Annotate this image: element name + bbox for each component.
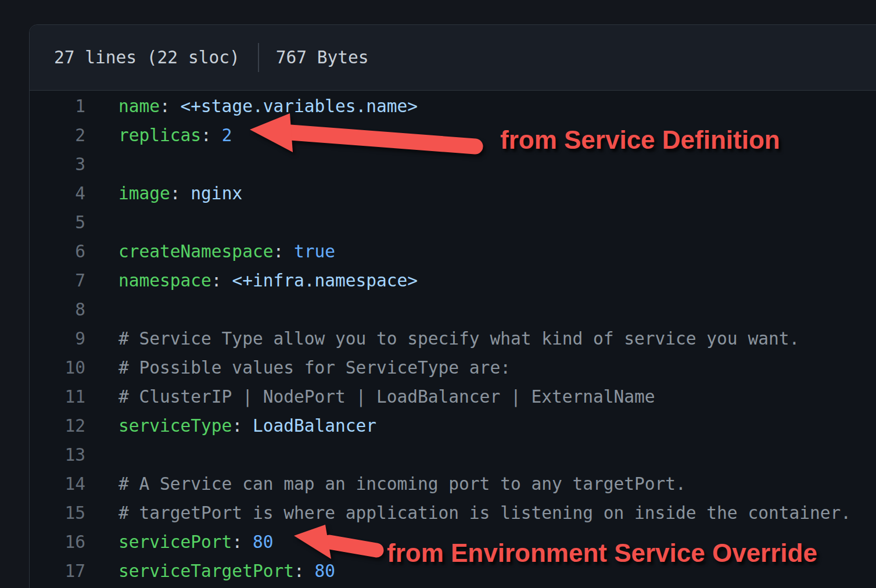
line-number[interactable]: 1 — [30, 92, 85, 121]
code-text: name: <+stage.variables.name> — [85, 92, 418, 121]
line-number[interactable]: 4 — [30, 179, 85, 208]
code-text: namespace: <+infra.namespace> — [85, 266, 418, 295]
code-line: 15# targetPort is where application is l… — [30, 499, 876, 528]
code-line: 2replicas: 2 — [30, 121, 876, 150]
code-line: 6createNamespace: true — [30, 237, 876, 266]
line-number[interactable]: 16 — [30, 528, 85, 557]
line-number[interactable]: 9 — [30, 324, 85, 353]
code-line: 3 — [30, 150, 876, 179]
code-line: 11# ClusterIP | NodePort | LoadBalancer … — [30, 382, 876, 411]
code-text: # targetPort is where application is lis… — [85, 499, 851, 528]
code-line: 7namespace: <+infra.namespace> — [30, 266, 876, 295]
line-number[interactable]: 3 — [30, 150, 85, 179]
line-number[interactable]: 6 — [30, 237, 85, 266]
line-number[interactable]: 11 — [30, 382, 85, 411]
code-text: serviceType: LoadBalancer — [85, 411, 376, 440]
file-lines-info: 27 lines (22 sloc) — [54, 48, 240, 67]
line-number[interactable]: 15 — [30, 499, 85, 528]
code-text: servicePort: 80 — [85, 528, 273, 557]
code-text: createNamespace: true — [85, 237, 335, 266]
code-text — [85, 208, 119, 237]
code-line: 9# Service Type allow you to specify wha… — [30, 324, 876, 353]
line-number[interactable]: 14 — [30, 469, 85, 499]
code-line: 17serviceTargetPort: 80 — [30, 557, 876, 586]
line-number[interactable]: 5 — [30, 208, 85, 237]
code-line: 4image: nginx — [30, 179, 876, 208]
code-line: 13 — [30, 440, 876, 469]
code-line: 1name: <+stage.variables.name> — [30, 92, 876, 121]
line-number[interactable]: 7 — [30, 266, 85, 295]
code-text: # Possible values for ServiceType are: — [85, 353, 511, 382]
code-text: # ClusterIP | NodePort | LoadBalancer | … — [85, 382, 655, 411]
code-text: serviceTargetPort: 80 — [85, 557, 335, 586]
line-number[interactable]: 2 — [30, 121, 85, 150]
code-text — [85, 150, 119, 179]
code-area: 1name: <+stage.variables.name>2replicas:… — [30, 91, 876, 586]
code-line: 12serviceType: LoadBalancer — [30, 411, 876, 440]
code-line: 8 — [30, 295, 876, 324]
file-size: 767 Bytes — [276, 48, 369, 67]
code-line: 16servicePort: 80 — [30, 528, 876, 557]
file-viewer-panel: 27 lines (22 sloc) 767 Bytes 1name: <+st… — [29, 24, 876, 588]
code-text — [85, 440, 119, 469]
file-header: 27 lines (22 sloc) 767 Bytes — [30, 25, 876, 91]
header-divider — [258, 43, 259, 72]
code-line: 14# A Service can map an incoming port t… — [30, 469, 876, 499]
page-background: 27 lines (22 sloc) 767 Bytes 1name: <+st… — [0, 0, 876, 588]
line-number[interactable]: 17 — [30, 557, 85, 586]
line-number[interactable]: 13 — [30, 440, 85, 469]
code-text: replicas: 2 — [85, 121, 232, 150]
code-text: # A Service can map an incoming port to … — [85, 469, 686, 499]
code-text — [85, 295, 119, 324]
line-number[interactable]: 8 — [30, 295, 85, 324]
code-text: image: nginx — [85, 179, 242, 208]
line-number[interactable]: 10 — [30, 353, 85, 382]
code-line: 5 — [30, 208, 876, 237]
line-number[interactable]: 12 — [30, 411, 85, 440]
code-line: 10# Possible values for ServiceType are: — [30, 353, 876, 382]
code-text: # Service Type allow you to specify what… — [85, 324, 799, 353]
